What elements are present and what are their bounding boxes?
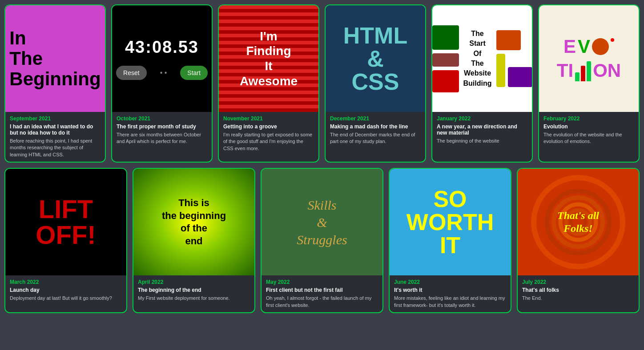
nov2021-overlay-text: I'mFindingItAwesome [240,29,298,88]
sep2021-month: September 2021 [10,115,101,122]
card-image-sep2021: InTheBeginning [5,5,105,112]
apr2022-card-title: The beginning of the end [138,287,250,293]
jun2022-card-title: It's worth it [394,287,506,293]
row2-grid: LIFTOFF! March 2022 Launch day Deploymen… [4,168,640,313]
card-image-nov2021: I'mFindingItAwesome [219,5,318,112]
evo-red-dot [611,38,614,42]
evo-row2: TI ON [557,59,621,81]
oct2021-month: October 2021 [117,115,207,122]
card-image-may2022: Skills&Struggles [262,169,382,275]
shapes-left-col [432,25,459,92]
card-body-jul2022: July 2022 That's all folks The End. [518,275,639,312]
card-nov2021: I'mFindingItAwesome November 2021 Gettin… [218,4,319,163]
nov2021-card-desc: I'm really starting to get exposed to so… [223,131,314,152]
dec2021-card-desc: The end of December marks the end of par… [330,131,421,145]
reset-button[interactable]: Reset [116,66,147,80]
jun2022-bg: SOWORTHIT [390,169,511,275]
nov2021-card-title: Getting into a groove [223,123,314,130]
shapes-yellow-purple [496,54,532,87]
may2022-bg: Skills&Struggles [262,169,382,275]
liftoff-text: LIFTOFF! [36,196,96,248]
card-body-feb2022: February 2022 Evolution The evolution of… [539,112,639,162]
mar2022-card-desc: Deployment day at last! But will it go s… [10,295,122,302]
sep2021-card-desc: Before reaching this point, I had spent … [10,138,101,158]
may2022-card-desc: Oh yeah, I almost forgot - the failed la… [266,295,378,309]
dec2021-month: December 2021 [330,115,421,122]
jun2022-card-desc: More mistakes, feeling like an idiot and… [394,295,506,309]
jan2022-text: TheStartOfTheWebsiteBuilding [463,29,492,88]
sep2021-card-title: I had an idea what I wanted to do but no… [10,123,101,136]
card-oct2021: 43:08.53 Reset • • Start October 2021 Th… [111,4,213,163]
evolution-graphic: E V TI ON [557,36,621,81]
worthit-text: SOWORTHIT [407,187,494,257]
card-dec2021: HTML&CSS December 2021 Making a mad dash… [325,4,426,163]
card-image-mar2022: LIFTOFF! [5,169,126,275]
card-feb2022: E V TI ON [538,4,640,163]
start-button[interactable]: Start [180,66,208,80]
shapes-right-col [496,30,532,87]
evo-bar-1 [575,72,580,81]
jul2022-card-desc: The End. [522,295,634,302]
timer-controls: Reset • • Start [116,66,208,80]
card-image-jul2022: That's allFolks! [518,169,639,275]
card-image-oct2021: 43:08.53 Reset • • Start [112,5,212,112]
feb2022-bg: E V TI ON [539,5,639,112]
shape-red [432,70,459,92]
apr2022-card-desc: My First website deployment for someone. [138,295,250,302]
timer-dots: • • [160,69,167,77]
card-may2022: Skills&Struggles May 2022 First client b… [261,168,383,313]
jan2022-month: January 2022 [437,115,527,122]
jul2022-card-title: That's all folks [522,287,634,293]
timer-display: 43:08.53 [125,38,199,57]
card-image-feb2022: E V TI ON [539,5,639,112]
card-image-jun2022: SOWORTHIT [390,169,511,275]
jul2022-bg: That's allFolks! [518,169,639,275]
card-jul2022: That's allFolks! July 2022 That's all fo… [517,168,640,313]
oct2021-bg: 43:08.53 Reset • • Start [112,5,212,112]
oct2021-card-desc: There are six months between October and… [117,131,207,145]
evo-letters-on: ON [593,60,621,81]
feb2022-card-desc: The evolution of the website and the evo… [543,131,634,145]
apr2022-bg: This isthe beginningof theend [133,169,254,275]
evo-row1: E V [564,36,614,57]
shape-green [432,25,459,50]
feb2022-card-title: Evolution [543,123,634,130]
card-jan2022: TheStartOfTheWebsiteBuilding January 202… [431,4,533,163]
shape-orange [496,30,521,50]
card-body-oct2021: October 2021 The first proper month of s… [112,112,212,162]
evo-bar-2 [581,66,585,81]
card-body-may2022: May 2022 First client but not the first … [262,275,382,312]
evo-letter-e: E [564,36,576,57]
card-body-dec2021: December 2021 Making a mad dash for the … [326,112,425,162]
mar2022-bg: LIFTOFF! [5,169,126,275]
apr2022-month: April 2022 [138,279,250,285]
mar2022-month: March 2022 [10,279,122,285]
sep2021-title-text: InTheBeginning [9,28,101,90]
card-image-dec2021: HTML&CSS [326,5,425,112]
may2022-card-title: First client but not the first fail [266,287,378,293]
oct2021-card-title: The first proper month of study [117,123,207,130]
card-body-jun2022: June 2022 It's worth it More mistakes, f… [390,275,511,312]
shape-purple [508,67,532,87]
evo-circle-o [592,38,609,55]
card-jun2022: SOWORTHIT June 2022 It's worth it More m… [389,168,511,313]
thatsall-text: That's allFolks! [557,209,599,235]
jan2022-card-desc: The beginning of the website [437,138,527,144]
html-css-text: HTML&CSS [343,24,407,93]
evo-bar-chart [575,59,591,81]
card-body-apr2022: April 2022 The beginning of the end My F… [133,275,254,312]
dec2021-card-title: Making a mad dash for the line [330,123,421,130]
shape-yellow [496,54,505,87]
card-apr2022: This isthe beginningof theend April 2022… [133,168,255,313]
may2022-month: May 2022 [266,279,378,285]
evo-letters-ti: TI [557,60,573,81]
evo-bar-3 [587,61,591,81]
mar2022-card-title: Launch day [10,287,122,293]
card-image-apr2022: This isthe beginningof theend [133,169,254,275]
jan2022-card-title: A new year, a new direction and new mate… [437,123,527,136]
evo-letter-v: V [578,36,590,57]
card-body-mar2022: March 2022 Launch day Deployment day at … [5,275,126,312]
jan2022-bg: TheStartOfTheWebsiteBuilding [432,5,532,112]
nov2021-bg: I'mFindingItAwesome [219,5,318,112]
nov2021-month: November 2021 [223,115,314,122]
